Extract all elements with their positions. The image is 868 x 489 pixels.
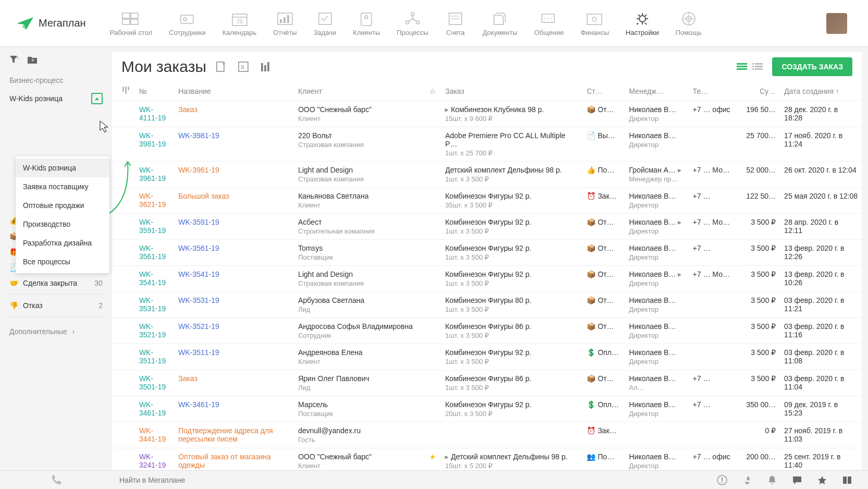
client-name[interactable]: АсбестСтроительная комапния [294,214,425,240]
columns-icon[interactable] [259,61,271,72]
additional[interactable]: Дополнительные › [5,320,107,343]
view-rows-icon[interactable] [737,63,747,71]
dropdown-item[interactable]: W-Kids розница [16,158,109,177]
process-select[interactable]: W-Kids розница [5,89,107,108]
order-name[interactable]: WK-3461-19 [174,396,294,422]
order-name[interactable]: Большой заказ [174,188,294,214]
chat-icon[interactable] [792,475,802,485]
manager-cell[interactable]: Николаев В…Директор [625,188,688,214]
manager-cell[interactable] [625,422,688,448]
order-number[interactable]: WK-3961-19 [135,162,174,188]
star-cell[interactable] [425,370,441,396]
order-number[interactable]: WK-4111-19 [135,101,174,127]
nav-Финансы[interactable]: Финансы [572,6,617,41]
manager-cell[interactable]: Николаев В… ▸Директор [625,266,688,292]
column-config-icon[interactable] [112,81,135,101]
excel-icon[interactable]: X [238,61,249,72]
manager-cell[interactable]: Гройсман А… ▸Менеджер пр… [625,162,688,188]
client-name[interactable]: ООО "Снежный барс"Клиент [294,448,425,471]
order-name[interactable]: Оптовый заказ от магазина одежды [174,448,294,471]
table-row[interactable]: WK-3511-19 WK-3511-19 Андреянова ЕленаКл… [112,344,862,370]
star-cell[interactable] [425,162,441,188]
order-name[interactable]: WK-3981-19 [174,127,294,162]
order-number[interactable]: WK-3591-19 [135,214,174,240]
order-number[interactable]: WK-3461-19 [135,396,174,422]
table-row[interactable]: WK-3521-19 WK-3521-19 Андросова Софья Вл… [112,318,862,344]
th-client[interactable]: Клиент [294,81,425,101]
table-row[interactable]: WK-3561-19 WK-3561-19 TomsysПоставщик Ко… [112,240,862,266]
fire-icon[interactable] [742,475,752,485]
th-status[interactable]: Ст… [582,81,625,101]
order-name[interactable]: WK-3531-19 [174,292,294,318]
dropdown-item[interactable]: Разработка дизайна [16,234,109,252]
client-name[interactable]: МарсельПоставщик [294,396,425,422]
dropdown-item[interactable]: Производство [16,215,109,234]
th-star[interactable]: ☆ [425,81,441,101]
table-row[interactable]: WK-3461-19 WK-3461-19 МарсельПоставщик К… [112,396,862,422]
nav-Клиенты[interactable]: Клиенты [344,6,388,41]
phone-icon[interactable] [51,474,62,486]
client-name[interactable]: Андросова Софья ВладимировнаСотрудник [294,318,425,344]
manager-cell[interactable]: Николаев В…Директор [625,101,688,127]
order-name[interactable]: Подтверждение адреса для пересылки писем [174,422,294,448]
table-row[interactable]: WK-3441-19 Подтверждение адреса для пере… [112,422,862,448]
global-search-input[interactable] [119,476,694,484]
book-icon[interactable] [842,475,852,485]
order-number[interactable]: WK-3441-19 [135,422,174,448]
process-toggle[interactable] [91,93,103,104]
avatar[interactable] [826,13,847,34]
order-number[interactable]: WK-3541-19 [135,266,174,292]
star-cell[interactable] [425,422,441,448]
nav-Общение[interactable]: Общение [526,6,572,41]
th-name[interactable]: Название [174,81,294,101]
nav-Календарь[interactable]: 25Календарь [214,6,265,41]
client-name[interactable]: ООО "Снежный барс"Клиент [294,101,425,127]
star-cell[interactable] [425,266,441,292]
order-number[interactable]: WK-3981-19 [135,127,174,162]
alert-icon[interactable] [717,475,727,485]
nav-Настройки[interactable]: Настройки [617,6,667,41]
nav-Задачи[interactable]: Задачи [305,6,345,41]
table-row[interactable]: WK-3241-19 Оптовый заказ от магазина оде… [112,448,862,471]
th-date[interactable]: Дата создания ↑ [780,81,862,101]
manager-cell[interactable]: Николаев В… ▸Директор [625,214,688,240]
star-cell[interactable]: ★ [425,448,441,471]
order-name[interactable]: WK-3521-19 [174,318,294,344]
manager-cell[interactable]: Николаев В…Директор [625,396,688,422]
star-cell[interactable] [425,240,441,266]
star-cell[interactable] [425,344,441,370]
th-phone[interactable]: Те… [689,81,737,101]
th-sum[interactable]: Су… [736,81,780,101]
table-row[interactable]: WK-3591-19 WK-3591-19 АсбестСтроительная… [112,214,862,240]
star-cell[interactable] [425,101,441,127]
client-name[interactable]: Каньянова СветланаКлиент [294,188,425,214]
table-row[interactable]: WK-3621-19 Большой заказ Каньянова Светл… [112,188,862,214]
order-name[interactable]: WK-3511-19 [174,344,294,370]
order-name[interactable]: WK-3561-19 [174,240,294,266]
dropdown-item[interactable]: Заявка поставщику [16,177,109,196]
order-name[interactable]: Заказ [174,370,294,396]
table-row[interactable]: WK-3541-19 WK-3541-19 Light and DesignСт… [112,266,862,292]
nav-Рабочий стол[interactable]: Рабочий стол [102,6,161,41]
manager-cell[interactable]: Николаев В…Ал… [625,370,688,396]
order-name[interactable]: WK-3541-19 [174,266,294,292]
state-item[interactable]: 👎Отказ2 [5,298,107,313]
table-row[interactable]: WK-3981-19 WK-3981-19 220 ВольтСтраховая… [112,127,862,162]
manager-cell[interactable]: Николаев В…Директор [625,292,688,318]
manager-cell[interactable]: Николаев В…Директор [625,240,688,266]
order-number[interactable]: WK-3241-19 [135,448,174,471]
star-cell[interactable] [425,188,441,214]
manager-cell[interactable]: Николаев В…Директор [625,344,688,370]
manager-cell[interactable]: Николаев В…Директор [625,448,688,471]
bell-icon[interactable] [767,475,777,485]
manager-cell[interactable]: Николаев В…Директор [625,318,688,344]
folder-add-icon[interactable]: + [27,55,38,65]
client-name[interactable]: Light and DesignСтраховая компания [294,266,425,292]
table-row[interactable]: WK-3961-19 WK-3961-19 Light and DesignСт… [112,162,862,188]
manager-cell[interactable]: Николаев В…Директор [625,127,688,162]
client-name[interactable]: Арбузова СветланаЛид [294,292,425,318]
table-row[interactable]: WK-3531-19 WK-3531-19 Арбузова СветланаЛ… [112,292,862,318]
create-order-button[interactable]: СОЗДАТЬ ЗАКАЗ [772,57,852,76]
star-cell[interactable] [425,396,441,422]
order-name[interactable]: Заказ [174,101,294,127]
